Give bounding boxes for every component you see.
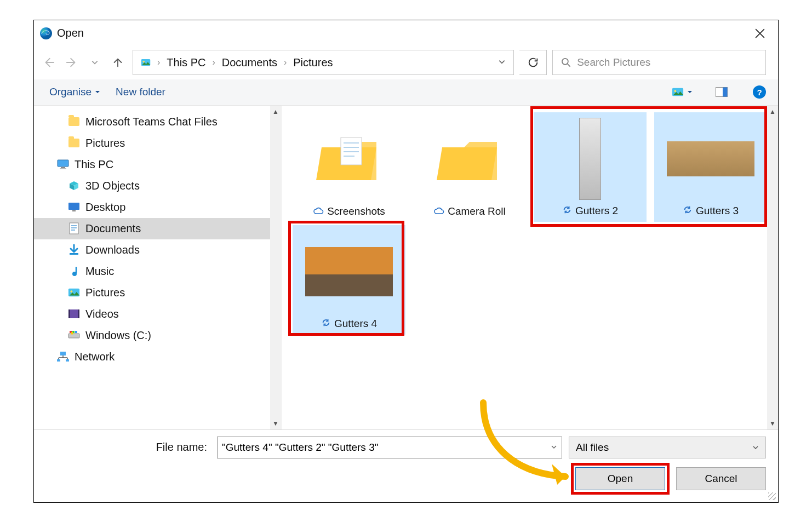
chevron-down-icon xyxy=(752,444,759,451)
file-tile[interactable]: Gutters 2 xyxy=(534,112,647,222)
nav-back-button[interactable] xyxy=(43,56,55,68)
tree-item-label: Music xyxy=(85,265,114,278)
breadcrumb-root-icon[interactable] xyxy=(138,55,154,70)
svg-point-2 xyxy=(143,61,145,62)
breadcrumb-segment[interactable]: Pictures xyxy=(290,54,336,71)
breadcrumb[interactable]: › This PC › Documents › Pictures xyxy=(133,50,514,75)
tree-item[interactable]: 3D Objects xyxy=(34,175,281,197)
file-tile[interactable]: Gutters 3 xyxy=(654,112,767,222)
filetype-select[interactable]: All files xyxy=(569,437,766,458)
chevron-down-icon xyxy=(687,89,693,95)
open-button[interactable]: Open xyxy=(575,467,665,490)
file-thumbnail xyxy=(667,141,754,176)
filename-input-wrap[interactable] xyxy=(217,437,562,458)
folder-tile[interactable]: Camera Roll xyxy=(413,112,526,222)
network-icon xyxy=(57,351,69,363)
dialog-title: Open xyxy=(57,27,84,39)
tree-item[interactable]: Documents xyxy=(34,218,281,239)
scroll-up-icon[interactable]: ▲ xyxy=(769,106,776,118)
help-button[interactable]: ? xyxy=(753,85,766,99)
file-tile[interactable]: Gutters 4 xyxy=(293,225,405,335)
new-folder-button[interactable]: New folder xyxy=(116,86,165,98)
preview-pane-icon xyxy=(716,87,728,97)
search-box[interactable] xyxy=(552,50,766,75)
chevron-down-icon xyxy=(95,89,100,95)
pc-icon xyxy=(57,158,69,170)
tree-item[interactable]: Network xyxy=(34,346,281,368)
close-button[interactable] xyxy=(745,20,775,47)
scroll-down-icon[interactable]: ▼ xyxy=(769,417,776,429)
open-dialog: Open › This PC › Documents › Pictures xyxy=(33,20,779,503)
sidebar-scrollbar[interactable]: ▲ ▼ xyxy=(270,106,281,429)
breadcrumb-segment[interactable]: Documents xyxy=(219,54,281,71)
folder-icon xyxy=(68,116,80,128)
svg-rect-24 xyxy=(75,331,77,333)
tree-item-label: Videos xyxy=(85,308,119,320)
download-icon xyxy=(68,244,80,256)
search-icon xyxy=(561,56,571,68)
sidebar: Microsoft Teams Chat FilesPicturesThis P… xyxy=(34,106,282,429)
nav-up-button[interactable] xyxy=(112,56,124,68)
filetype-value: All files xyxy=(576,441,609,454)
refresh-button[interactable] xyxy=(519,50,547,75)
document-icon xyxy=(68,222,80,234)
sync-icon xyxy=(683,205,693,217)
svg-rect-13 xyxy=(70,223,78,234)
tree-item[interactable]: Pictures xyxy=(34,282,281,303)
file-name: Screenshots xyxy=(327,205,385,217)
tree-item[interactable]: This PC xyxy=(34,154,281,175)
picture-icon xyxy=(672,87,684,97)
svg-rect-10 xyxy=(60,168,66,169)
tree-item[interactable]: Pictures xyxy=(34,133,281,154)
tree-item-label: Pictures xyxy=(85,137,125,150)
tree-item-label: Downloads xyxy=(85,244,140,256)
file-name: Gutters 3 xyxy=(696,205,739,217)
tree-item[interactable]: Microsoft Teams Chat Files xyxy=(34,111,281,133)
tree-item[interactable]: Music xyxy=(34,261,281,282)
chevron-right-icon[interactable]: › xyxy=(211,58,216,67)
svg-point-15 xyxy=(72,272,77,276)
toolbar: Organise New folder ? xyxy=(34,79,778,106)
tree-item-label: Windows (C:) xyxy=(85,329,151,342)
preview-pane-button[interactable] xyxy=(716,87,728,97)
sync-icon xyxy=(562,205,572,217)
scroll-down-icon[interactable]: ▼ xyxy=(272,417,279,429)
tree-item[interactable]: Downloads xyxy=(34,239,281,261)
svg-rect-8 xyxy=(58,160,68,167)
svg-point-3 xyxy=(562,59,568,65)
refresh-icon xyxy=(527,56,539,68)
tree-item[interactable]: Videos xyxy=(34,303,281,325)
filename-input[interactable] xyxy=(222,441,546,454)
tree-item[interactable]: Windows (C:) xyxy=(34,325,281,346)
svg-rect-21 xyxy=(68,334,79,338)
resize-grip[interactable] xyxy=(768,492,776,500)
svg-rect-26 xyxy=(60,352,66,355)
scroll-up-icon[interactable]: ▲ xyxy=(272,106,279,118)
view-mode-button[interactable] xyxy=(672,87,693,97)
music-icon xyxy=(68,265,80,277)
filename-dropdown[interactable] xyxy=(546,443,557,452)
file-thumbnail xyxy=(579,118,601,200)
file-name: Gutters 2 xyxy=(575,205,618,217)
folder-icon xyxy=(68,137,80,149)
body: Microsoft Teams Chat FilesPicturesThis P… xyxy=(34,106,778,429)
file-pane[interactable]: ScreenshotsCamera RollGutters 2Gutters 3… xyxy=(282,106,778,429)
svg-rect-11 xyxy=(68,203,79,210)
organise-menu[interactable]: Organise xyxy=(49,86,100,98)
desktop-icon xyxy=(68,201,80,213)
bottom-panel: File name: All files Open Cancel xyxy=(34,429,778,502)
tree-item-label: Network xyxy=(75,351,115,363)
breadcrumb-segment[interactable]: This PC xyxy=(163,54,209,71)
svg-rect-12 xyxy=(72,210,76,211)
breadcrumb-dropdown[interactable] xyxy=(495,58,509,67)
folder-tile[interactable]: Screenshots xyxy=(293,112,405,222)
tree-item[interactable]: Desktop xyxy=(34,197,281,218)
nav-recent-dropdown[interactable] xyxy=(89,56,101,68)
cancel-button[interactable]: Cancel xyxy=(676,467,766,490)
chevron-right-icon[interactable]: › xyxy=(156,58,161,67)
filepane-scrollbar[interactable]: ▲ ▼ xyxy=(767,106,778,429)
sync-icon xyxy=(321,318,331,330)
search-input[interactable] xyxy=(577,56,758,68)
nav-forward-button[interactable] xyxy=(66,56,78,68)
chevron-right-icon[interactable]: › xyxy=(283,58,288,67)
